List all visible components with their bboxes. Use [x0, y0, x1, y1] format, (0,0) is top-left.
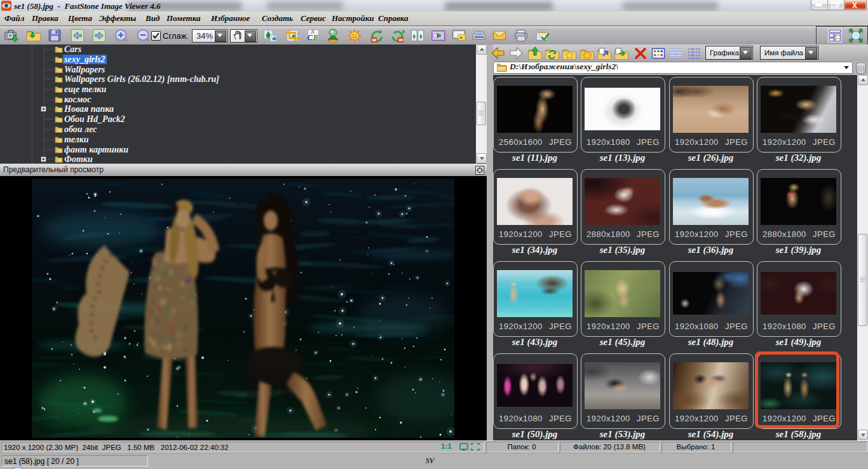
svg-text:90: 90	[372, 38, 377, 42]
svg-text:B: B	[313, 33, 318, 41]
svg-text:90: 90	[399, 38, 403, 42]
svg-text:X: X	[852, 1, 857, 9]
svg-text:C: C	[308, 33, 313, 42]
